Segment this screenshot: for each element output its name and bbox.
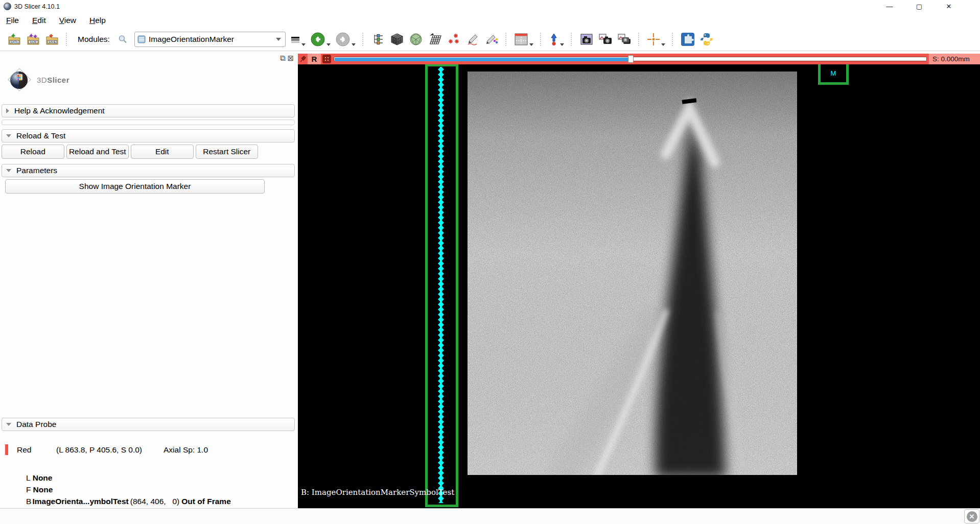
layout-selector-button[interactable] <box>514 31 533 48</box>
center-crosshair-button[interactable] <box>647 31 665 48</box>
editor-module-button[interactable] <box>484 31 499 48</box>
slice-offset-value: S: 0.000mm <box>929 54 980 64</box>
maximize-button[interactable]: ▢ <box>904 0 934 13</box>
red-slice-color-swatch <box>5 444 8 455</box>
extensions-manager-button[interactable] <box>681 31 695 48</box>
chevron-down-icon <box>301 43 306 46</box>
error-log-close-button[interactable]: ✕ <box>964 509 979 523</box>
scene-restore-button[interactable] <box>617 31 632 48</box>
minimize-button[interactable]: — <box>875 0 904 13</box>
slice-controller-bar: R S: 0.000mm <box>298 54 980 64</box>
history-forward-button[interactable] <box>335 31 356 48</box>
reload-button[interactable]: Reload <box>2 145 64 159</box>
svg-text:DCM: DCM <box>30 40 37 43</box>
slice-menu-button[interactable] <box>322 55 331 63</box>
svg-text:SAVE: SAVE <box>49 40 56 43</box>
orientation-marker-letter: M <box>831 69 836 77</box>
extensions-icon <box>681 32 695 46</box>
expanded-arrow-icon <box>6 134 11 137</box>
center-crosshair-icon <box>647 33 660 46</box>
section-help-acknowledgement[interactable]: Help & Acknowledgement <box>2 104 295 117</box>
undock-panel-icon[interactable]: ⧉ <box>280 54 286 62</box>
menu-help[interactable]: Help <box>89 16 106 25</box>
transforms-icon <box>428 33 441 46</box>
module-hierarchy-icon <box>372 33 384 45</box>
chevron-down-icon <box>276 38 281 41</box>
expanded-arrow-icon <box>6 169 11 172</box>
python-console-button[interactable] <box>699 31 714 48</box>
toolbar-separator <box>505 33 507 46</box>
toolbar-separator <box>638 33 640 46</box>
pin-icon[interactable] <box>300 55 307 64</box>
slice-offset-slider[interactable] <box>334 57 927 61</box>
menu-file[interactable]: File <box>6 16 19 25</box>
close-panel-icon[interactable]: ⊠ <box>287 54 294 62</box>
slice-viewport[interactable]: M B: ImageOrientationMarkerSymbolTest <box>298 64 980 508</box>
slicer-logo: 3DSlicer <box>6 66 298 93</box>
module-selector[interactable]: ImageOrientationMarker <box>134 32 286 47</box>
slice-slider-handle[interactable] <box>628 55 634 63</box>
menu-bar: File Edit View Help <box>0 13 980 28</box>
markups-module-button[interactable] <box>447 31 461 48</box>
modules-label: Modules: <box>78 35 110 44</box>
layout-icon <box>514 33 528 46</box>
menu-view[interactable]: View <box>59 16 76 25</box>
show-image-orientation-marker-button[interactable]: Show Image Orientation Marker <box>5 179 265 194</box>
history-back-button[interactable] <box>310 31 331 48</box>
scene-view-button[interactable] <box>598 31 613 48</box>
load-data-button[interactable]: DATA <box>7 31 21 48</box>
slicer-logo-icon <box>6 66 33 93</box>
scene-restore-icon <box>617 33 632 45</box>
svg-text:DATA: DATA <box>11 40 18 43</box>
reload-and-test-button[interactable]: Reload and Test <box>66 145 129 159</box>
module-search-button[interactable] <box>115 31 130 48</box>
window-title: 3D Slicer 4.10.1 <box>14 3 60 10</box>
module-icon <box>137 35 146 43</box>
edit-button[interactable]: Edit <box>131 145 194 159</box>
annotations-module-button[interactable] <box>465 31 480 48</box>
transforms-module-button[interactable] <box>428 31 442 48</box>
markups-icon <box>447 33 460 46</box>
chevron-down-icon <box>326 43 331 46</box>
orientation-marker-dotted-line <box>437 67 445 503</box>
chevron-down-icon <box>529 43 533 46</box>
data-module-button[interactable] <box>390 31 404 48</box>
restart-slicer-button[interactable]: Restart Slicer <box>196 145 259 159</box>
editor-icon <box>485 33 498 46</box>
back-icon <box>310 32 325 47</box>
slice-spacing: Axial Sp: 1.0 <box>164 445 208 455</box>
models-sphere-icon <box>409 33 423 46</box>
module-hierarchy-button[interactable] <box>371 31 385 48</box>
slicer-logo-text: 3DSlicer <box>37 76 69 84</box>
slice-name: Red <box>17 445 31 455</box>
forward-icon <box>335 32 351 47</box>
save-icon: SAVE <box>45 33 59 45</box>
orientation-marker-letter-box: M <box>818 64 849 85</box>
models-module-button[interactable] <box>409 31 423 48</box>
module-history-button[interactable] <box>290 31 306 48</box>
dicom-icon: DCM <box>27 33 40 45</box>
screenshot-icon <box>580 33 593 45</box>
section-reload-test[interactable]: Reload & Test <box>2 129 295 142</box>
toolbar-separator <box>540 33 542 46</box>
module-panel: ⧉ ⊠ 3DSlicer <box>0 51 298 508</box>
slice-slider-fill <box>335 58 631 61</box>
collapsed-section-bar <box>2 120 295 125</box>
data-probe-section: Data Probe Red (L 863.8, P 405.6, S 0.0)… <box>0 418 298 515</box>
viewport-corner-label: B: ImageOrientationMarkerSymbolTest <box>301 488 454 497</box>
slice-orientation-label: R <box>308 54 321 64</box>
save-button[interactable]: SAVE <box>45 31 59 48</box>
menu-edit[interactable]: Edit <box>32 16 46 25</box>
screenshot-button[interactable] <box>579 31 594 48</box>
module-history-icon <box>290 35 300 44</box>
section-parameters[interactable]: Parameters <box>2 164 295 177</box>
scene-view-icon <box>598 33 613 45</box>
section-data-probe[interactable]: Data Probe <box>2 418 295 431</box>
dicom-button[interactable]: DCM <box>26 31 40 48</box>
collapsed-arrow-icon <box>6 108 9 113</box>
close-circle-icon: ✕ <box>967 511 977 522</box>
close-button[interactable]: ✕ <box>934 0 964 13</box>
main-toolbar: DATA DCM SAVE Modules: <box>0 28 980 51</box>
toolbar-separator <box>672 33 674 46</box>
crosshair-navigation-button[interactable] <box>549 31 564 48</box>
